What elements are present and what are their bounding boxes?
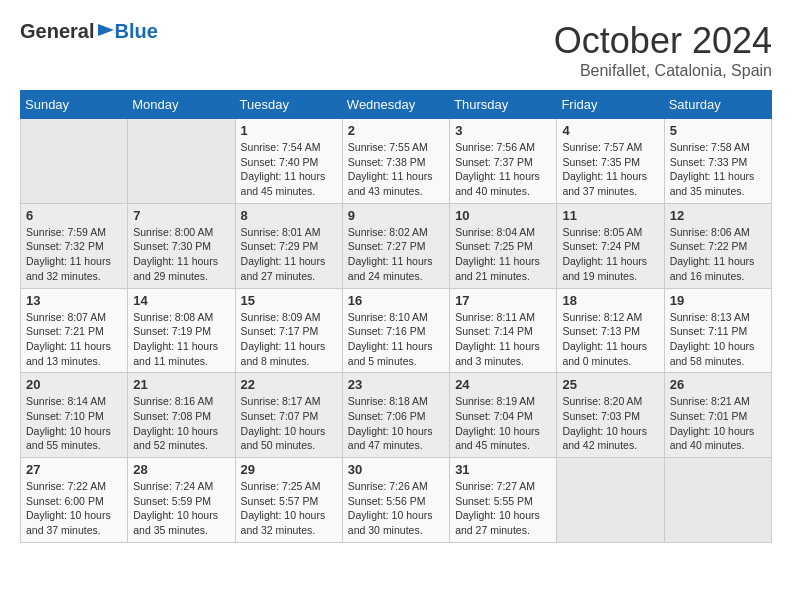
- day-info: Sunrise: 8:18 AM Sunset: 7:06 PM Dayligh…: [348, 394, 444, 453]
- day-info: Sunrise: 8:07 AM Sunset: 7:21 PM Dayligh…: [26, 310, 122, 369]
- day-number: 7: [133, 208, 229, 223]
- table-row: [21, 119, 128, 204]
- table-row: 17Sunrise: 8:11 AM Sunset: 7:14 PM Dayli…: [450, 288, 557, 373]
- day-number: 18: [562, 293, 658, 308]
- day-number: 16: [348, 293, 444, 308]
- day-number: 30: [348, 462, 444, 477]
- day-number: 19: [670, 293, 766, 308]
- day-number: 31: [455, 462, 551, 477]
- table-row: 13Sunrise: 8:07 AM Sunset: 7:21 PM Dayli…: [21, 288, 128, 373]
- table-row: 10Sunrise: 8:04 AM Sunset: 7:25 PM Dayli…: [450, 203, 557, 288]
- day-info: Sunrise: 7:55 AM Sunset: 7:38 PM Dayligh…: [348, 140, 444, 199]
- table-row: 6Sunrise: 7:59 AM Sunset: 7:32 PM Daylig…: [21, 203, 128, 288]
- table-row: 24Sunrise: 8:19 AM Sunset: 7:04 PM Dayli…: [450, 373, 557, 458]
- day-info: Sunrise: 8:13 AM Sunset: 7:11 PM Dayligh…: [670, 310, 766, 369]
- day-number: 20: [26, 377, 122, 392]
- day-info: Sunrise: 8:04 AM Sunset: 7:25 PM Dayligh…: [455, 225, 551, 284]
- table-row: 14Sunrise: 8:08 AM Sunset: 7:19 PM Dayli…: [128, 288, 235, 373]
- header-wednesday: Wednesday: [342, 91, 449, 119]
- day-number: 29: [241, 462, 337, 477]
- day-info: Sunrise: 8:16 AM Sunset: 7:08 PM Dayligh…: [133, 394, 229, 453]
- day-info: Sunrise: 8:11 AM Sunset: 7:14 PM Dayligh…: [455, 310, 551, 369]
- day-info: Sunrise: 7:54 AM Sunset: 7:40 PM Dayligh…: [241, 140, 337, 199]
- day-number: 12: [670, 208, 766, 223]
- table-row: 11Sunrise: 8:05 AM Sunset: 7:24 PM Dayli…: [557, 203, 664, 288]
- day-info: Sunrise: 7:22 AM Sunset: 6:00 PM Dayligh…: [26, 479, 122, 538]
- day-info: Sunrise: 8:21 AM Sunset: 7:01 PM Dayligh…: [670, 394, 766, 453]
- day-number: 23: [348, 377, 444, 392]
- header-tuesday: Tuesday: [235, 91, 342, 119]
- day-info: Sunrise: 7:27 AM Sunset: 5:55 PM Dayligh…: [455, 479, 551, 538]
- table-row: 15Sunrise: 8:09 AM Sunset: 7:17 PM Dayli…: [235, 288, 342, 373]
- day-info: Sunrise: 8:02 AM Sunset: 7:27 PM Dayligh…: [348, 225, 444, 284]
- day-number: 24: [455, 377, 551, 392]
- day-info: Sunrise: 7:57 AM Sunset: 7:35 PM Dayligh…: [562, 140, 658, 199]
- table-row: 27Sunrise: 7:22 AM Sunset: 6:00 PM Dayli…: [21, 458, 128, 543]
- day-info: Sunrise: 7:56 AM Sunset: 7:37 PM Dayligh…: [455, 140, 551, 199]
- day-info: Sunrise: 7:59 AM Sunset: 7:32 PM Dayligh…: [26, 225, 122, 284]
- calendar-week-row: 1Sunrise: 7:54 AM Sunset: 7:40 PM Daylig…: [21, 119, 772, 204]
- header-friday: Friday: [557, 91, 664, 119]
- table-row: 28Sunrise: 7:24 AM Sunset: 5:59 PM Dayli…: [128, 458, 235, 543]
- table-row: 19Sunrise: 8:13 AM Sunset: 7:11 PM Dayli…: [664, 288, 771, 373]
- day-info: Sunrise: 8:09 AM Sunset: 7:17 PM Dayligh…: [241, 310, 337, 369]
- day-info: Sunrise: 8:10 AM Sunset: 7:16 PM Dayligh…: [348, 310, 444, 369]
- day-info: Sunrise: 8:01 AM Sunset: 7:29 PM Dayligh…: [241, 225, 337, 284]
- table-row: 5Sunrise: 7:58 AM Sunset: 7:33 PM Daylig…: [664, 119, 771, 204]
- header-sunday: Sunday: [21, 91, 128, 119]
- table-row: 9Sunrise: 8:02 AM Sunset: 7:27 PM Daylig…: [342, 203, 449, 288]
- day-info: Sunrise: 7:26 AM Sunset: 5:56 PM Dayligh…: [348, 479, 444, 538]
- month-year-title: October 2024: [554, 20, 772, 62]
- table-row: [128, 119, 235, 204]
- day-number: 11: [562, 208, 658, 223]
- logo: General Blue: [20, 20, 158, 43]
- day-number: 6: [26, 208, 122, 223]
- title-block: October 2024 Benifallet, Catalonia, Spai…: [554, 20, 772, 80]
- day-number: 14: [133, 293, 229, 308]
- day-number: 2: [348, 123, 444, 138]
- table-row: 16Sunrise: 8:10 AM Sunset: 7:16 PM Dayli…: [342, 288, 449, 373]
- day-number: 1: [241, 123, 337, 138]
- location-subtitle: Benifallet, Catalonia, Spain: [554, 62, 772, 80]
- day-info: Sunrise: 8:12 AM Sunset: 7:13 PM Dayligh…: [562, 310, 658, 369]
- day-number: 25: [562, 377, 658, 392]
- table-row: 2Sunrise: 7:55 AM Sunset: 7:38 PM Daylig…: [342, 119, 449, 204]
- day-number: 13: [26, 293, 122, 308]
- day-number: 26: [670, 377, 766, 392]
- day-number: 5: [670, 123, 766, 138]
- day-info: Sunrise: 7:58 AM Sunset: 7:33 PM Dayligh…: [670, 140, 766, 199]
- table-row: 23Sunrise: 8:18 AM Sunset: 7:06 PM Dayli…: [342, 373, 449, 458]
- table-row: 30Sunrise: 7:26 AM Sunset: 5:56 PM Dayli…: [342, 458, 449, 543]
- day-number: 4: [562, 123, 658, 138]
- day-info: Sunrise: 8:14 AM Sunset: 7:10 PM Dayligh…: [26, 394, 122, 453]
- day-info: Sunrise: 7:24 AM Sunset: 5:59 PM Dayligh…: [133, 479, 229, 538]
- table-row: 4Sunrise: 7:57 AM Sunset: 7:35 PM Daylig…: [557, 119, 664, 204]
- table-row: 7Sunrise: 8:00 AM Sunset: 7:30 PM Daylig…: [128, 203, 235, 288]
- day-number: 8: [241, 208, 337, 223]
- day-info: Sunrise: 8:08 AM Sunset: 7:19 PM Dayligh…: [133, 310, 229, 369]
- calendar-header-row: Sunday Monday Tuesday Wednesday Thursday…: [21, 91, 772, 119]
- day-number: 9: [348, 208, 444, 223]
- day-number: 15: [241, 293, 337, 308]
- table-row: 20Sunrise: 8:14 AM Sunset: 7:10 PM Dayli…: [21, 373, 128, 458]
- day-number: 21: [133, 377, 229, 392]
- day-info: Sunrise: 8:20 AM Sunset: 7:03 PM Dayligh…: [562, 394, 658, 453]
- calendar-week-row: 20Sunrise: 8:14 AM Sunset: 7:10 PM Dayli…: [21, 373, 772, 458]
- header-thursday: Thursday: [450, 91, 557, 119]
- table-row: 29Sunrise: 7:25 AM Sunset: 5:57 PM Dayli…: [235, 458, 342, 543]
- table-row: [664, 458, 771, 543]
- calendar-table: Sunday Monday Tuesday Wednesday Thursday…: [20, 90, 772, 543]
- page-header: General Blue October 2024 Benifallet, Ca…: [20, 20, 772, 80]
- logo-flag-icon: [96, 22, 116, 42]
- table-row: 8Sunrise: 8:01 AM Sunset: 7:29 PM Daylig…: [235, 203, 342, 288]
- day-number: 22: [241, 377, 337, 392]
- day-number: 28: [133, 462, 229, 477]
- calendar-week-row: 13Sunrise: 8:07 AM Sunset: 7:21 PM Dayli…: [21, 288, 772, 373]
- day-info: Sunrise: 8:17 AM Sunset: 7:07 PM Dayligh…: [241, 394, 337, 453]
- table-row: 25Sunrise: 8:20 AM Sunset: 7:03 PM Dayli…: [557, 373, 664, 458]
- day-number: 10: [455, 208, 551, 223]
- table-row: [557, 458, 664, 543]
- table-row: 12Sunrise: 8:06 AM Sunset: 7:22 PM Dayli…: [664, 203, 771, 288]
- calendar-week-row: 27Sunrise: 7:22 AM Sunset: 6:00 PM Dayli…: [21, 458, 772, 543]
- calendar-week-row: 6Sunrise: 7:59 AM Sunset: 7:32 PM Daylig…: [21, 203, 772, 288]
